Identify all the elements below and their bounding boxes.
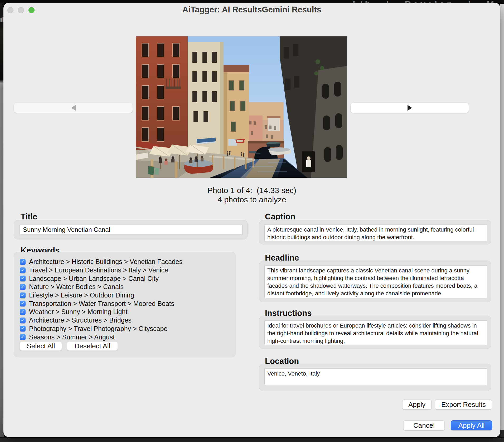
- keyword-row: Landscape > Urban Landscape > Canal City: [20, 274, 182, 283]
- instructions-textarea[interactable]: Ideal for travel brochures or European l…: [264, 320, 487, 345]
- keyword-row: Transportation > Water Transport > Moore…: [20, 299, 182, 308]
- keyword-row: Architecture > Historic Buildings > Vene…: [20, 258, 182, 266]
- background-app-strip-right: [500, 0, 504, 442]
- photo-progress-text: Photo 1 of 4: (14.33 sec): [3, 186, 500, 195]
- keyword-checkbox-checked[interactable]: [20, 309, 26, 315]
- keyword-label: Seasons > Summer > August: [29, 333, 115, 341]
- keyword-label: Architecture > Historic Buildings > Vene…: [29, 258, 182, 266]
- window-titlebar[interactable]: AiTagger: AI ResultsGemini Results: [3, 3, 500, 16]
- keyword-row: Weather > Sunny > Morning Light: [20, 308, 182, 316]
- keyword-row: Seasons > Summer > August: [20, 333, 182, 341]
- photo-preview: [136, 36, 347, 178]
- next-photo-button[interactable]: [351, 103, 469, 113]
- photo-status: Photo 1 of 4: (14.33 sec) 4 photos to an…: [3, 186, 500, 204]
- keywords-groupbox: Architecture > Historic Buildings > Vene…: [14, 252, 236, 357]
- headline-groupbox: This vibrant landscape captures a classi…: [259, 261, 491, 302]
- keyword-checkbox-checked[interactable]: [20, 318, 26, 323]
- title-input[interactable]: [20, 225, 243, 235]
- deselect-all-button[interactable]: Deselect All: [67, 341, 118, 351]
- keyword-label: Architecture > Structures > Bridges: [29, 316, 132, 324]
- keywords-list: Architecture > Historic Buildings > Vene…: [20, 258, 182, 341]
- aitagger-results-window: AiTagger: AI ResultsGemini Results: [3, 3, 500, 437]
- keyword-row: Lifestyle > Leisure > Outdoor Dining: [20, 291, 182, 300]
- background-app-strip-left: il: [0, 0, 4, 442]
- left-arrow-icon: [71, 105, 76, 111]
- keyword-row: Travel > European Destinations > Italy >…: [20, 266, 182, 275]
- location-textarea[interactable]: Venice, Veneto, Italy: [264, 368, 487, 385]
- screen: Lib | Develop | M il AiTagger: AI Result…: [0, 0, 504, 442]
- prev-photo-button[interactable]: [14, 103, 133, 113]
- keyword-label: Weather > Sunny > Morning Light: [29, 308, 127, 316]
- keyword-label: Nature > Water Bodies > Canals: [29, 283, 124, 291]
- keyword-checkbox-checked[interactable]: [20, 259, 26, 265]
- keyword-label: Photography > Travel Photography > Citys…: [29, 325, 167, 333]
- keyword-label: Landscape > Urban Landscape > Canal City: [29, 275, 159, 282]
- apply-all-button[interactable]: Apply All: [451, 420, 492, 430]
- apply-button[interactable]: Apply: [402, 400, 432, 410]
- background-app-module-text: Lib | Develop | M: [353, 0, 496, 3]
- background-app-strip-top: Lib | Develop | M: [0, 0, 504, 3]
- title-groupbox: [14, 220, 248, 239]
- window-title: AiTagger: AI ResultsGemini Results: [3, 3, 500, 16]
- keyword-label: Transportation > Water Transport > Moore…: [29, 300, 174, 308]
- location-groupbox: Venice, Veneto, Italy: [259, 364, 491, 391]
- keyword-checkbox-checked[interactable]: [20, 276, 26, 281]
- keyword-row: Architecture > Structures > Bridges: [20, 316, 182, 325]
- caption-textarea[interactable]: A picturesque canal in Venice, Italy, ba…: [264, 224, 487, 241]
- keyword-label: Travel > European Destinations > Italy >…: [29, 266, 168, 274]
- cancel-button[interactable]: Cancel: [403, 420, 445, 430]
- keyword-label: Lifestyle > Leisure > Outdoor Dining: [29, 291, 134, 299]
- keyword-row: Photography > Travel Photography > Citys…: [20, 325, 182, 333]
- keyword-checkbox-checked[interactable]: [20, 267, 26, 273]
- headline-textarea[interactable]: This vibrant landscape captures a classi…: [264, 265, 487, 298]
- background-app-strip-bottom: [0, 437, 504, 442]
- keyword-checkbox-checked[interactable]: [20, 301, 26, 306]
- venice-canal-illustration: [136, 36, 347, 178]
- keyword-checkbox-checked[interactable]: [20, 326, 26, 332]
- select-all-button[interactable]: Select All: [20, 341, 62, 351]
- keyword-checkbox-checked[interactable]: [20, 334, 26, 340]
- keyword-checkbox-checked[interactable]: [20, 292, 26, 298]
- right-arrow-icon: [408, 105, 412, 111]
- photos-remaining-text: 4 photos to analyze: [3, 195, 500, 204]
- keyword-checkbox-checked[interactable]: [20, 284, 26, 290]
- export-results-button[interactable]: Export Results: [435, 400, 492, 410]
- keyword-row: Nature > Water Bodies > Canals: [20, 283, 182, 291]
- caption-groupbox: A picturesque canal in Venice, Italy, ba…: [259, 220, 491, 244]
- instructions-groupbox: Ideal for travel brochures or European l…: [259, 316, 491, 349]
